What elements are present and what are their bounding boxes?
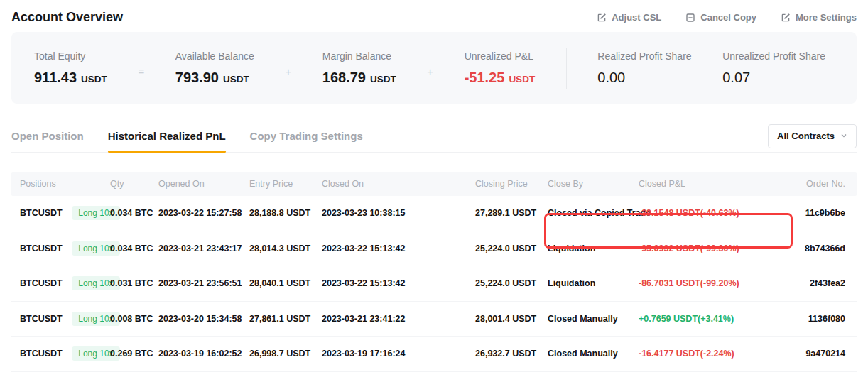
qty-cell: 0.031 BTC bbox=[110, 278, 158, 288]
equals-operator: = bbox=[138, 65, 144, 77]
closed-pnl-cell: -86.7031 USDT(-99.20%) bbox=[639, 278, 781, 288]
opened-on-cell: 2023-03-22 15:27:58 bbox=[158, 208, 249, 218]
close-by-cell: Liquidation bbox=[548, 244, 639, 253]
adjust-csl-label: Adjust CSL bbox=[612, 12, 661, 23]
closing-price-cell: 27,289.1 USDT bbox=[475, 208, 548, 218]
order-no-cell: 2f43fea2 bbox=[781, 278, 845, 288]
adjust-csl-button[interactable]: Adjust CSL bbox=[597, 12, 661, 23]
stat-realized-profit-share: Realized Profit Share 0.00 bbox=[597, 50, 691, 86]
edit-icon bbox=[597, 13, 607, 23]
closing-price-cell: 25,224.0 USDT bbox=[475, 278, 548, 288]
available-balance-unit: USDT bbox=[223, 74, 249, 84]
closed-pnl-cell: -16.4177 USDT(-2.24%) bbox=[639, 349, 781, 359]
stat-value: 793.90 USDT bbox=[175, 70, 254, 86]
closing-price-cell: 28,001.4 USDT bbox=[475, 314, 548, 324]
closed-on-cell: 2023-03-22 15:13:42 bbox=[322, 278, 475, 288]
symbol: BTCUSDT bbox=[20, 244, 63, 253]
entry-price-cell: 28,014.3 USDT bbox=[249, 244, 322, 253]
cancel-copy-button[interactable]: Cancel Copy bbox=[685, 12, 756, 23]
qty-cell: 0.008 BTC bbox=[110, 314, 158, 324]
close-by-cell: Liquidation bbox=[548, 278, 639, 288]
order-no-cell: 8b74366d bbox=[781, 244, 845, 253]
col-entry-price: Entry Price bbox=[249, 179, 322, 189]
col-positions: Positions bbox=[20, 179, 110, 189]
col-closing-price: Closing Price bbox=[475, 179, 548, 189]
stat-available-balance: Available Balance 793.90 USDT bbox=[175, 50, 254, 86]
total-equity-unit: USDT bbox=[81, 74, 107, 84]
closed-pnl-cell: +0.7659 USDT(+3.41%) bbox=[639, 314, 781, 324]
top-bar: Account Overview Adjust CSL Cancel Copy … bbox=[11, 0, 857, 26]
all-contracts-dropdown[interactable]: All Contracts bbox=[768, 124, 857, 148]
opened-on-cell: 2023-03-19 16:02:52 bbox=[158, 349, 249, 359]
col-close-by: Close By bbox=[548, 179, 639, 189]
symbol: BTCUSDT bbox=[20, 349, 63, 359]
tabs: Open Position Historical Realized PnL Co… bbox=[11, 120, 363, 152]
entry-price-cell: 28,188.8 USDT bbox=[249, 208, 322, 218]
positions-cell: BTCUSDT Long 10x bbox=[20, 276, 110, 290]
total-equity-value: 911.43 bbox=[34, 70, 77, 86]
plus-operator: + bbox=[285, 65, 291, 77]
col-opened-on: Opened On bbox=[158, 179, 249, 189]
col-qty: Qty bbox=[110, 179, 158, 189]
order-no-cell: 1136f080 bbox=[781, 314, 845, 324]
symbol: BTCUSDT bbox=[20, 208, 63, 218]
col-closed-pnl: Closed P&L bbox=[639, 179, 781, 189]
table-row[interactable]: BTCUSDT Long 10x 0.031 BTC 2023-03-21 23… bbox=[11, 266, 857, 302]
stat-label: Margin Balance bbox=[322, 50, 396, 62]
unrealized-profit-share-value: 0.07 bbox=[722, 70, 825, 86]
table-row[interactable]: BTCUSDT Long 10x 0.034 BTC 2023-03-22 15… bbox=[11, 196, 857, 231]
realized-profit-share-value: 0.00 bbox=[597, 70, 691, 86]
table-row[interactable]: BTCUSDT Long 10x 0.269 BTC 2023-03-19 16… bbox=[11, 337, 857, 372]
entry-price-cell: 26,998.7 USDT bbox=[249, 349, 322, 359]
symbol: BTCUSDT bbox=[20, 314, 63, 324]
closed-pnl-cell: -39.1548 USDT(-40.63%) bbox=[639, 208, 781, 218]
stat-value: 911.43 USDT bbox=[34, 70, 107, 86]
order-no-cell: 9a470214 bbox=[781, 349, 845, 359]
account-overview-page: Account Overview Adjust CSL Cancel Copy … bbox=[0, 0, 868, 382]
available-balance-value: 793.90 bbox=[175, 70, 219, 86]
minus-square-icon bbox=[685, 13, 695, 23]
positions-cell: BTCUSDT Long 10x bbox=[20, 346, 110, 361]
closed-on-cell: 2023-03-19 17:16:24 bbox=[322, 349, 475, 359]
entry-price-cell: 28,040.1 USDT bbox=[249, 278, 322, 288]
tab-open-position[interactable]: Open Position bbox=[11, 120, 84, 152]
page-title: Account Overview bbox=[11, 10, 123, 25]
more-settings-label: More Settings bbox=[796, 12, 857, 23]
vertical-divider bbox=[566, 48, 567, 89]
closed-on-cell: 2023-03-23 10:38:15 bbox=[322, 208, 475, 218]
col-order-no: Order No. bbox=[781, 179, 845, 189]
stat-value: -51.25 USDT bbox=[465, 70, 535, 86]
close-by-cell: Closed Manually bbox=[548, 349, 639, 359]
historical-pnl-table: Positions Qty Opened On Entry Price Clos… bbox=[11, 172, 857, 372]
close-by-cell: Closed via Copied Trade bbox=[548, 208, 639, 218]
opened-on-cell: 2023-03-20 15:34:58 bbox=[158, 314, 249, 324]
all-contracts-label: All Contracts bbox=[777, 131, 835, 141]
positions-cell: BTCUSDT Long 10x bbox=[20, 206, 110, 220]
qty-cell: 0.034 BTC bbox=[110, 208, 158, 218]
qty-cell: 0.269 BTC bbox=[110, 349, 158, 359]
opened-on-cell: 2023-03-21 23:56:51 bbox=[158, 278, 249, 288]
chevron-down-icon bbox=[840, 131, 847, 141]
closed-pnl-cell: -95.0932 USDT(-99.30%) bbox=[639, 244, 781, 253]
order-no-cell: 11c9b6be bbox=[781, 208, 845, 218]
qty-cell: 0.034 BTC bbox=[110, 244, 158, 253]
closing-price-cell: 25,224.0 USDT bbox=[475, 244, 548, 253]
tab-copy-trading-settings[interactable]: Copy Trading Settings bbox=[250, 120, 363, 152]
margin-balance-value: 168.79 bbox=[322, 70, 366, 86]
opened-on-cell: 2023-03-21 23:43:17 bbox=[158, 244, 249, 253]
tab-historical-realized-pnl[interactable]: Historical Realized PnL bbox=[108, 120, 226, 152]
margin-balance-unit: USDT bbox=[370, 74, 396, 84]
stat-label: Unrealized Profit Share bbox=[722, 50, 825, 62]
closed-on-cell: 2023-03-22 15:13:42 bbox=[322, 244, 475, 253]
stat-unrealized-pnl: Unrealized P&L -51.25 USDT bbox=[465, 50, 535, 86]
unrealized-pnl-unit: USDT bbox=[509, 74, 535, 84]
equity-summary-card: Total Equity 911.43 USDT = Available Bal… bbox=[11, 32, 857, 104]
closed-on-cell: 2023-03-21 23:41:22 bbox=[322, 314, 475, 324]
stat-value: 168.79 USDT bbox=[322, 70, 396, 86]
stat-unrealized-profit-share: Unrealized Profit Share 0.07 bbox=[722, 50, 825, 86]
closing-price-cell: 26,932.7 USDT bbox=[475, 349, 548, 359]
table-row[interactable]: BTCUSDT Long 10x 0.008 BTC 2023-03-20 15… bbox=[11, 302, 857, 337]
table-row[interactable]: BTCUSDT Long 10x 0.034 BTC 2023-03-21 23… bbox=[11, 231, 857, 267]
more-settings-button[interactable]: More Settings bbox=[781, 12, 857, 23]
positions-cell: BTCUSDT Long 10x bbox=[20, 312, 110, 326]
